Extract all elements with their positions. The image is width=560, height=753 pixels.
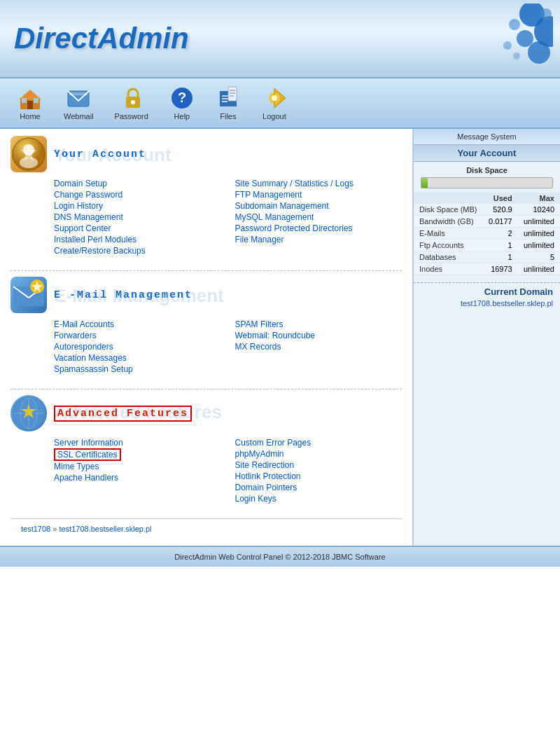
stats-max-databases: 5 [518,251,560,263]
stats-table: Used Max Disk Space (MB) 520.9 10240 Ban… [414,193,560,275]
svg-point-36 [20,157,38,168]
disk-space-section: Disk Space [414,162,560,193]
svg-point-5 [503,41,512,50]
footer-text: DirectAdmin Web Control Panel © 2012-201… [174,553,385,561]
link-custom-error-pages[interactable]: Custom Error Pages [235,437,402,448]
stats-col-used: Used [483,193,518,204]
svg-rect-27 [230,90,235,91]
stats-max-ftp: unlimited [518,240,560,251]
link-ftp-management[interactable]: FTP Management [235,189,402,200]
link-support-center[interactable]: Support Center [54,223,221,234]
breadcrumb: test1708 » test1708.bestseller.sklep.pl [10,518,402,539]
link-site-redirection[interactable]: Site Redirection [235,460,402,471]
stats-max-bandwidth: unlimited [518,216,560,228]
svg-marker-9 [19,90,41,99]
breadcrumb-domain[interactable]: test1708.bestseller.sklep.pl [59,525,151,533]
link-domain-pointers[interactable]: Domain Pointers [235,482,402,493]
stats-used-ftp: 1 [483,240,518,251]
stats-label-emails: E-Mails [414,228,483,240]
link-webmail-roundcube[interactable]: Webmail: Roundcube [235,330,402,341]
email-section: E-Mail Management E -Mail Management E-M… [10,277,402,375]
svg-rect-15 [69,92,88,95]
current-domain-section: Current Domain test1708.bestseller.sklep… [414,282,560,311]
email-links: E-Mail Accounts Forwarders Autoresponder… [10,319,402,375]
svg-point-4 [509,19,520,30]
link-mime-types[interactable]: Mime Types [54,461,221,472]
stats-row-ftp: Ftp Accounts 1 unlimited [414,240,560,251]
current-domain-title: Current Domain [421,286,553,299]
link-site-summary[interactable]: Site Summary / Statistics / Logs [235,178,402,189]
toolbar-help[interactable]: ? Help [159,82,205,124]
help-icon: ? [169,85,195,111]
adv-title-wrap: Advanced Features Advanced Features [54,406,192,422]
svg-point-2 [517,30,533,47]
link-spamassassin[interactable]: Spamassassin Setup [54,364,221,375]
link-server-info[interactable]: Server Information [54,437,221,448]
right-panel: Message System Your Account Disk Space U… [413,129,560,546]
webmail-icon [66,85,91,111]
svg-text:?: ? [178,90,186,105]
email-title: E -Mail Management [54,289,192,301]
link-login-keys[interactable]: Login Keys [235,493,402,504]
stats-row-databases: Databases 1 5 [414,251,560,263]
header-decoration [441,4,553,74]
stats-row-inodes: Inodes 16973 unlimited [414,263,560,275]
stats-label-bandwidth: Bandwidth (GB) [414,216,483,228]
disk-space-fill [421,178,428,188]
files-icon [216,85,241,111]
link-mysql-management[interactable]: MySQL Management [235,212,402,223]
your-account-title: Your Account [54,148,146,160]
stats-row-diskspace: Disk Space (MB) 520.9 10240 [414,204,560,216]
main-content: Your Account Your Account Domain Setup C… [0,129,413,546]
svg-point-6 [540,8,552,20]
breadcrumb-user[interactable]: test1708 [21,525,50,533]
stats-row-emails: E-Mails 2 unlimited [414,228,560,240]
toolbar-home[interactable]: Home [7,82,53,124]
your-account-links: Domain Setup Change Password Login Histo… [10,178,402,256]
toolbar: Home Webmail Password ? [0,77,560,129]
svg-rect-12 [34,98,38,103]
link-subdomain-management[interactable]: Subdomain Management [235,200,402,212]
stats-used-inodes: 16973 [483,263,518,275]
stats-used-databases: 1 [483,251,518,263]
toolbar-password[interactable]: Password [104,82,159,124]
stats-max-diskspace: 10240 [518,204,560,216]
link-ssl-certificates[interactable]: SSL Certificates [54,448,121,461]
main-layout: Your Account Your Account Domain Setup C… [0,129,560,546]
disk-space-label: Disk Space [421,166,553,174]
svg-point-3 [528,41,550,64]
svg-rect-28 [230,92,235,94]
link-email-accounts[interactable]: E-Mail Accounts [54,319,221,330]
home-icon [18,85,43,111]
your-account-icon [10,136,47,172]
svg-rect-29 [230,95,234,97]
link-spam-filters[interactable]: SPAM Filters [235,319,402,330]
toolbar-files[interactable]: Files [205,82,251,124]
logout-icon [262,85,287,111]
link-hotlink-protection[interactable]: Hotlink Protection [235,471,402,482]
link-change-password[interactable]: Change Password [54,189,221,200]
link-vacation-messages[interactable]: Vacation Messages [54,352,221,364]
link-dns-management[interactable]: DNS Management [54,212,221,223]
link-domain-setup[interactable]: Domain Setup [54,178,221,189]
link-backups[interactable]: Create/Restore Backups [54,245,221,256]
link-file-manager[interactable]: File Manager [235,234,402,245]
current-domain-value: test1708.bestseller.sklep.pl [421,299,553,308]
stats-used-emails: 2 [483,228,518,240]
link-phpmyadmin[interactable]: phpMyAdmin [235,448,402,460]
your-account-header: Your Account Your Account [10,136,402,172]
header: DirectAdmin [0,0,560,77]
link-apache-handlers[interactable]: Apache Handlers [54,472,221,483]
toolbar-password-label: Password [115,112,148,120]
link-mx-records[interactable]: MX Records [235,341,402,352]
link-forwarders[interactable]: Forwarders [54,330,221,341]
link-autoresponders[interactable]: Autoresponders [54,341,221,352]
toolbar-logout[interactable]: Logout [251,82,298,124]
logo: DirectAdmin [14,22,189,55]
toolbar-webmail[interactable]: Webmail [53,82,104,124]
email-section-icon [10,277,47,313]
link-password-protected-dirs[interactable]: Password Protected Directories [235,223,402,234]
link-login-history[interactable]: Login History [54,200,221,212]
stats-max-emails: unlimited [518,228,560,240]
link-perl-modules[interactable]: Installed Perl Modules [54,234,221,245]
